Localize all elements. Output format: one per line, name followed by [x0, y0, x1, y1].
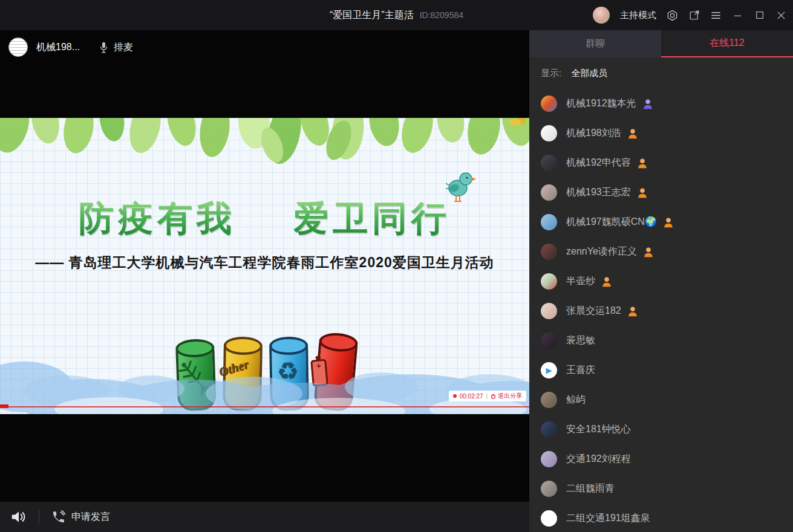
sidebar-tabs: 群聊 在线112: [529, 30, 793, 57]
member-name: 裴思敏: [566, 334, 595, 347]
filter-label: 显示:: [541, 68, 561, 79]
meeting-window: “爱国卫生月”主题活 ID:8209584 主持模式: [0, 0, 793, 532]
member-avatar: [541, 244, 557, 260]
leaves-decoration: [0, 118, 529, 166]
bottom-control-bar: 申请发言: [0, 502, 529, 532]
member-row[interactable]: 机械197魏凯硕CN🌍: [529, 207, 793, 237]
member-row[interactable]: 机械1912魏本光: [529, 89, 793, 118]
sidebar: 群聊 在线112 显示: 全部成员 机械1912魏本光 机械198刘浩: [529, 30, 793, 532]
presenter-row: 机械198... 排麦: [8, 35, 133, 59]
video-stage: 机械198... 排麦: [0, 30, 529, 532]
member-avatar: [541, 96, 557, 112]
bottombar-divider: [39, 510, 39, 524]
meeting-title: “爱国卫生月”主题活: [330, 9, 414, 22]
member-avatar: [541, 214, 557, 230]
member-avatar: [541, 510, 557, 527]
request-speak-button[interactable]: 申请发言: [51, 510, 110, 524]
maximize-button[interactable]: [754, 10, 765, 21]
member-row[interactable]: 机械198刘浩: [529, 118, 793, 148]
settings-icon[interactable]: [667, 10, 678, 21]
member-person-badge-icon: [637, 187, 648, 198]
member-row[interactable]: 鲸屿: [529, 385, 793, 415]
member-name: 机械192申代容: [566, 157, 631, 169]
slide-title-left: 防疫有我: [79, 195, 236, 242]
member-name: 交通192刘程程: [566, 453, 631, 465]
filter-value-dropdown[interactable]: 全部成员: [571, 68, 607, 79]
member-name: 安全181钟悦心: [566, 423, 631, 436]
member-row[interactable]: zennYe读作正义: [529, 237, 793, 267]
mic-queue-button[interactable]: 排麦: [99, 41, 133, 54]
titlebar: “爱国卫生月”主题活 ID:8209584 主持模式: [0, 0, 793, 30]
member-name: zennYe读作正义: [566, 245, 637, 258]
tab-group-chat[interactable]: 群聊: [529, 30, 661, 57]
member-name: 鲸屿: [566, 394, 586, 406]
host-mode-label: 主持模式: [620, 10, 656, 21]
member-row[interactable]: 安全181钟悦心: [529, 415, 793, 444]
recording-pill: 00:02:27 | 退出分享: [449, 391, 526, 401]
shared-slide: 防疫有我 爱卫同行 —— 青岛理工大学机械与汽车工程学院春雨工作室2020爱国卫…: [0, 118, 529, 414]
member-name: 机械193王志宏: [566, 186, 631, 199]
member-avatar: [541, 273, 557, 290]
yellow-leaf-decoration: [510, 118, 526, 128]
member-name: 半壶纱: [566, 275, 595, 288]
power-icon: [491, 394, 496, 399]
member-person-badge-icon: [643, 247, 654, 258]
member-avatar: [541, 481, 557, 497]
member-person-badge-icon: [663, 217, 674, 228]
member-row[interactable]: 交通192刘程程: [529, 444, 793, 474]
member-person-badge-icon: [642, 99, 653, 109]
phone-icon: [51, 510, 65, 524]
user-avatar[interactable]: [593, 7, 610, 24]
tab-online-members[interactable]: 在线112: [661, 30, 793, 57]
member-name: 机械197魏凯硕CN🌍: [566, 216, 657, 229]
member-row[interactable]: ▶ 王喜庆: [529, 355, 793, 385]
share-region-line: [0, 406, 529, 407]
microphone-icon: [99, 42, 108, 53]
menu-icon[interactable]: [710, 10, 722, 21]
member-name: 二组交通191俎鑫泉: [566, 512, 650, 525]
member-filter-row: 显示: 全部成员: [529, 57, 793, 89]
member-avatar: ▶: [541, 362, 557, 378]
member-row[interactable]: 半壶纱: [529, 267, 793, 296]
slide-subtitle: —— 青岛理工大学机械与汽车工程学院春雨工作室2020爱国卫生月活动: [0, 253, 529, 272]
member-person-badge-icon: [637, 158, 648, 169]
clouds-decoration: [0, 354, 529, 414]
member-row[interactable]: 张晨交运182: [529, 296, 793, 326]
member-person-badge-icon: [627, 128, 638, 139]
member-name: 机械198刘浩: [566, 127, 621, 140]
member-name: 机械1912魏本光: [566, 97, 636, 110]
slide-title-right: 爱卫同行: [293, 195, 451, 242]
member-avatar: [541, 184, 557, 201]
speaker-icon[interactable]: [11, 510, 27, 524]
member-person-badge-icon: [601, 276, 612, 287]
member-avatar: [541, 451, 557, 467]
member-name: 二组魏雨青: [566, 482, 615, 495]
member-name: 王喜庆: [566, 364, 595, 377]
close-button[interactable]: [775, 10, 787, 21]
member-avatar: [541, 392, 557, 408]
mic-queue-label: 排麦: [114, 41, 133, 54]
member-avatar: [541, 155, 557, 171]
member-row[interactable]: 机械192申代容: [529, 148, 793, 178]
member-avatar: [541, 421, 557, 438]
open-external-icon[interactable]: [688, 10, 700, 21]
exit-share-label: 退出分享: [498, 392, 522, 400]
member-row[interactable]: 机械193王志宏: [529, 178, 793, 207]
pill-divider: |: [486, 393, 488, 399]
member-row[interactable]: 裴思敏: [529, 326, 793, 355]
presenter-avatar[interactable]: [8, 37, 28, 57]
recording-dot-icon: [453, 394, 457, 398]
member-avatar: [541, 303, 557, 319]
member-name: 张晨交运182: [566, 305, 621, 317]
presenter-name: 机械198...: [36, 41, 80, 54]
titlebar-center: “爱国卫生月”主题活 ID:8209584: [330, 0, 463, 30]
recording-time: 00:02:27: [460, 393, 483, 400]
minimize-button[interactable]: [732, 10, 743, 21]
exit-share-button[interactable]: 退出分享: [491, 392, 522, 400]
request-speak-label: 申请发言: [71, 511, 110, 524]
meeting-id: ID:8209584: [420, 10, 463, 20]
member-row[interactable]: 二组魏雨青: [529, 474, 793, 504]
member-person-badge-icon: [627, 306, 638, 317]
member-list[interactable]: 机械1912魏本光 机械198刘浩 机械192申代容: [529, 89, 793, 532]
member-row[interactable]: 二组交通191俎鑫泉: [529, 504, 793, 532]
